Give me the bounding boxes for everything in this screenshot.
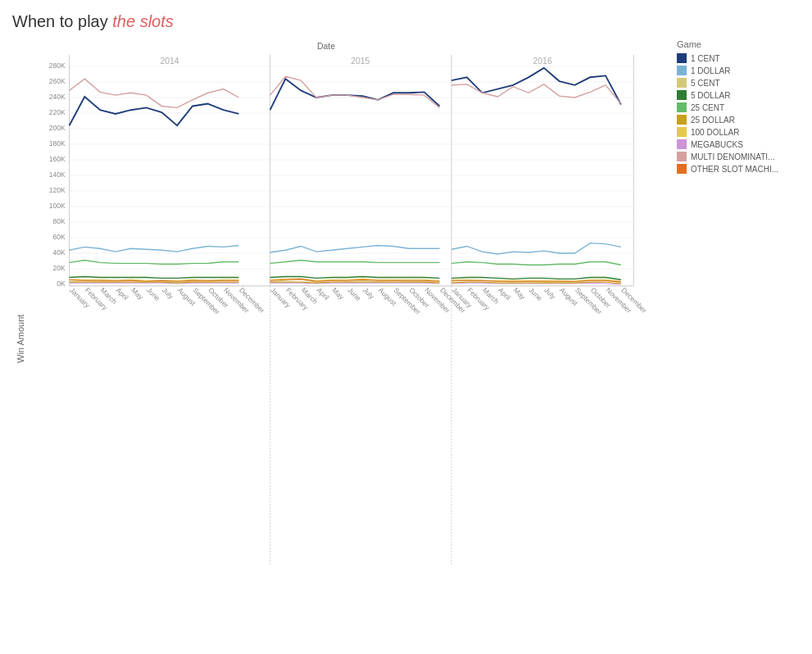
legend-label-other-slot: OTHER SLOT MACHI... bbox=[691, 165, 778, 174]
svg-text:2014: 2014 bbox=[160, 57, 179, 66]
legend-label-multi-denom: MULTI DENOMINATI... bbox=[691, 152, 774, 161]
svg-text:Date: Date bbox=[317, 42, 335, 51]
legend-color-1dollar bbox=[677, 66, 687, 75]
legend-item-5dollar: 5 DOLLAR bbox=[677, 90, 800, 100]
svg-text:280K: 280K bbox=[49, 61, 66, 70]
svg-text:May: May bbox=[330, 286, 346, 302]
legend-color-5dollar bbox=[677, 90, 687, 100]
svg-text:180K: 180K bbox=[49, 139, 66, 148]
svg-text:June: June bbox=[145, 286, 161, 302]
svg-text:20K: 20K bbox=[53, 264, 66, 272]
svg-text:July: July bbox=[361, 286, 376, 301]
legend-item-5cent: 5 CENT bbox=[677, 78, 800, 88]
chart-title: When to play the slots bbox=[12, 12, 800, 31]
legend-color-25cent bbox=[677, 102, 687, 112]
svg-text:140K: 140K bbox=[49, 170, 66, 179]
legend-color-100dollar bbox=[677, 127, 687, 137]
legend-item-25dollar: 25 DOLLAR bbox=[677, 115, 800, 125]
svg-text:July: July bbox=[542, 286, 557, 301]
svg-text:160K: 160K bbox=[49, 155, 66, 163]
svg-text:240K: 240K bbox=[49, 93, 66, 101]
legend-item-25cent: 25 CENT bbox=[677, 102, 800, 112]
svg-text:200K: 200K bbox=[49, 124, 66, 132]
title-highlight: the slots bbox=[112, 12, 173, 30]
legend-color-25dollar bbox=[677, 115, 687, 125]
svg-text:May: May bbox=[129, 286, 145, 302]
legend-label-1dollar: 1 DOLLAR bbox=[691, 66, 730, 75]
svg-text:0K: 0K bbox=[57, 279, 66, 288]
legend-item-100dollar: 100 DOLLAR bbox=[677, 127, 800, 137]
svg-text:100K: 100K bbox=[49, 202, 66, 210]
legend-label-25dollar: 25 DOLLAR bbox=[691, 116, 735, 125]
main-chart: Date 280K 260K 240K 220K 200K 180K 160K … bbox=[30, 35, 669, 596]
svg-text:May: May bbox=[512, 286, 528, 302]
legend-color-megabucks bbox=[677, 139, 687, 149]
legend-label-1cent: 1 CENT bbox=[691, 54, 720, 63]
svg-text:120K: 120K bbox=[49, 186, 66, 194]
legend-item-megabucks: MEGABUCKS bbox=[677, 139, 800, 149]
legend-title: Game bbox=[677, 39, 800, 49]
legend-color-5cent bbox=[677, 78, 687, 88]
y-axis-label: Win Amount bbox=[12, 35, 29, 642]
legend-label-100dollar: 100 DOLLAR bbox=[691, 128, 739, 137]
svg-text:2015: 2015 bbox=[351, 57, 370, 66]
legend-item-multi-denom: MULTI DENOMINATI... bbox=[677, 152, 800, 161]
svg-text:July: July bbox=[161, 286, 175, 301]
legend-item-1dollar: 1 DOLLAR bbox=[677, 66, 800, 75]
legend-color-multi-denom bbox=[677, 152, 687, 161]
legend-label-5cent: 5 CENT bbox=[691, 79, 720, 88]
svg-text:June: June bbox=[528, 286, 544, 302]
legend-label-25cent: 25 CENT bbox=[691, 103, 724, 112]
svg-text:60K: 60K bbox=[53, 233, 66, 241]
svg-text:260K: 260K bbox=[49, 77, 66, 85]
svg-text:40K: 40K bbox=[53, 248, 66, 257]
svg-text:2016: 2016 bbox=[533, 57, 551, 66]
legend-item-1cent: 1 CENT bbox=[677, 53, 800, 63]
chart-legend: Game 1 CENT 1 DOLLAR 5 CENT 5 DOLLAR 25 … bbox=[669, 35, 800, 642]
svg-text:220K: 220K bbox=[49, 108, 66, 116]
svg-text:June: June bbox=[346, 286, 362, 302]
svg-text:80K: 80K bbox=[53, 217, 66, 225]
legend-item-other-slot: OTHER SLOT MACHI... bbox=[677, 164, 800, 174]
legend-color-other-slot bbox=[677, 164, 687, 174]
legend-label-megabucks: MEGABUCKS bbox=[691, 140, 743, 149]
legend-label-5dollar: 5 DOLLAR bbox=[691, 91, 730, 100]
legend-color-1cent bbox=[677, 53, 687, 63]
